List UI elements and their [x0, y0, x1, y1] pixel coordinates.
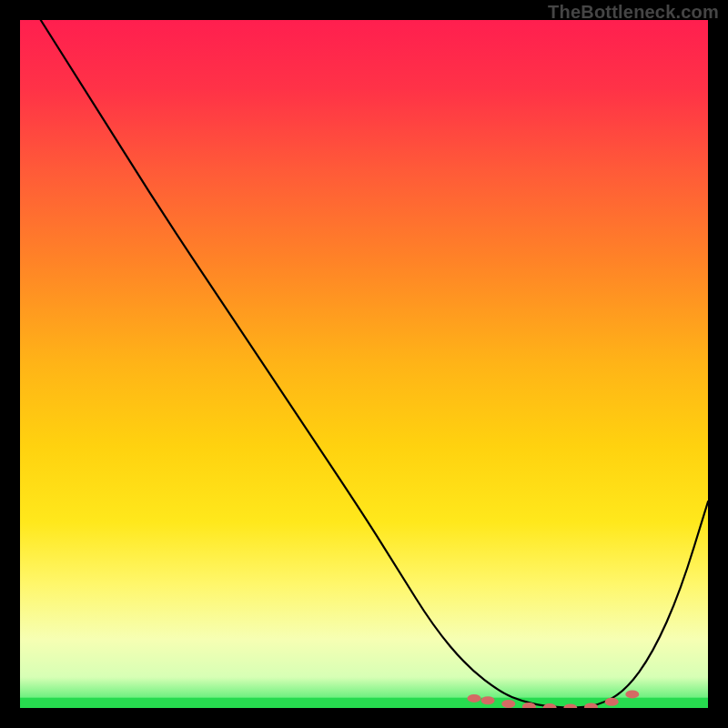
- chart-stage: TheBottleneck.com: [0, 0, 728, 728]
- flat-region-dot: [605, 698, 619, 706]
- chart-svg: [20, 20, 708, 708]
- flat-region-dot: [481, 696, 495, 704]
- plot-area: [20, 20, 708, 708]
- gradient-background: [20, 20, 708, 708]
- watermark-text: TheBottleneck.com: [548, 2, 719, 23]
- flat-region-dot: [468, 694, 481, 703]
- flat-region-dot: [625, 690, 639, 698]
- flat-region-dot: [501, 700, 515, 708]
- green-bottom-band: [20, 698, 708, 708]
